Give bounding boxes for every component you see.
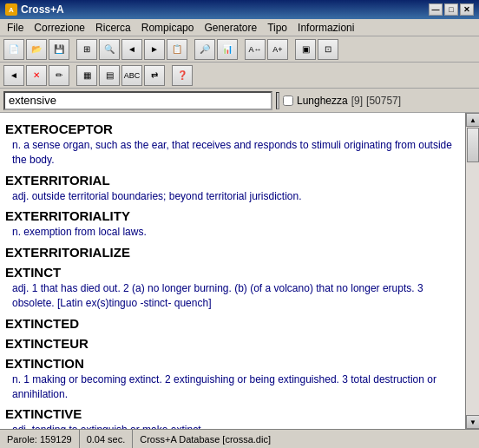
menu-ricerca[interactable]: Ricerca	[90, 20, 136, 36]
entry-title: EXTINCT	[5, 265, 460, 280]
delete-icon: ✕	[33, 70, 40, 80]
scroll-down-button[interactable]: ▼	[466, 415, 479, 429]
list-icon: ▤	[106, 70, 114, 80]
status-bar: Parole: 159129 0.04 sec. Cross+A Databas…	[0, 429, 479, 448]
entry-extincted: EXTINCTED	[5, 316, 460, 331]
count-1: [9]	[351, 95, 363, 107]
entry-title: EXTERRITORIAL	[5, 173, 460, 188]
entry-exterritoriality: EXTERRITORIALITY n. exemption from local…	[5, 208, 460, 240]
maximize-button[interactable]: □	[444, 3, 458, 16]
entry-extincteur: EXTINCTEUR	[5, 336, 460, 351]
menu-rompicapo[interactable]: Rompicapo	[136, 20, 200, 36]
toolbar-block[interactable]: ⊡	[318, 39, 338, 60]
toolbar-back[interactable]: ◄	[121, 39, 142, 60]
toolbar-help[interactable]: ❓	[172, 65, 193, 86]
scrollbar[interactable]: ▲ ▼	[465, 113, 479, 429]
lunghezza-label: Lunghezza	[297, 95, 348, 107]
menu-tipo[interactable]: Tipo	[262, 20, 292, 36]
content-area: EXTEROCEPTOR n. a sense organ, such as t…	[0, 113, 479, 429]
toolbar-list[interactable]: ▤	[99, 65, 120, 86]
swap-icon: A↔	[248, 45, 261, 54]
toolbar-alpha[interactable]: ABC	[121, 65, 142, 86]
entry-extinctive: EXTINCTIVE adj. tending to extinguish or…	[5, 406, 460, 429]
search-bar: Lunghezza [9] [50757]	[0, 89, 479, 113]
toolbar-shuffle[interactable]: ⇄	[144, 65, 165, 86]
toolbar-save[interactable]: 💾	[49, 39, 69, 60]
help-icon: ❓	[177, 70, 187, 80]
forward-icon: ►	[150, 44, 159, 54]
toolbar-edit[interactable]: ✏	[49, 65, 69, 86]
menu-file[interactable]: File	[2, 20, 29, 36]
close-button[interactable]: ✕	[460, 3, 474, 16]
scroll-thumb[interactable]	[467, 128, 479, 162]
app-icon: A	[5, 3, 17, 16]
entry-exterritorialize: EXTERRITORIALIZE	[5, 245, 460, 260]
shuffle-icon: ⇄	[151, 70, 158, 80]
copy-icon: 📋	[172, 44, 182, 54]
zoom-icon: 🔎	[200, 44, 210, 54]
block-icon: ⊡	[325, 44, 331, 54]
entry-title: EXTERRITORIALIZE	[5, 245, 460, 260]
toolbar-grid[interactable]: ⊞	[76, 39, 97, 60]
menu-informazioni[interactable]: Informazioni	[292, 20, 359, 36]
new-icon: 📄	[9, 44, 19, 54]
entry-def: adj. outside territorial boundaries; bey…	[12, 189, 460, 204]
minimize-button[interactable]: —	[429, 3, 443, 16]
entry-exteroceptor: EXTEROCEPTOR n. a sense organ, such as t…	[5, 122, 460, 168]
entry-exterritorial: EXTERRITORIAL adj. outside territorial b…	[5, 173, 460, 204]
menu-correzione[interactable]: Correzione	[29, 20, 90, 36]
toolbar-prev[interactable]: ◄	[3, 65, 24, 86]
status-parole: Parole: 159129	[0, 430, 80, 448]
entry-title: EXTINCTED	[5, 316, 460, 331]
pattern-icon: ▣	[302, 44, 310, 54]
toolbar-swap[interactable]: A↔	[245, 39, 266, 60]
app-title: Cross+A	[21, 3, 64, 16]
status-time: 0.04 sec.	[80, 430, 134, 448]
alpha-icon: ABC	[124, 71, 141, 80]
toolbar-enlarge[interactable]: A+	[267, 39, 288, 60]
grid-icon: ⊞	[83, 44, 90, 54]
search-icon: 🔍	[104, 44, 115, 54]
search-input[interactable]	[3, 91, 272, 110]
prev-icon: ◄	[10, 70, 18, 80]
save-icon: 💾	[54, 44, 64, 54]
entry-extinct: EXTINCT adj. 1 that has died out. 2 (a) …	[5, 265, 460, 311]
count-2: [50757]	[366, 95, 401, 107]
toolbar-delete[interactable]: ✕	[26, 65, 47, 86]
open-icon: 📂	[31, 44, 42, 54]
toolbar-1: 📄 📂 💾 ⊞ 🔍 ◄ ► 📋 🔎 📊 A↔ A+ ▣ ⊡	[0, 36, 479, 63]
entry-title: EXTINCTEUR	[5, 336, 460, 351]
entry-def: n. exemption from local laws.	[12, 225, 460, 240]
menu-bar: File Correzione Ricerca Rompicapo Genera…	[0, 19, 479, 36]
entry-title: EXTERRITORIALITY	[5, 208, 460, 223]
lunghezza-checkbox[interactable]	[283, 96, 293, 106]
toolbar-new[interactable]: 📄	[3, 39, 24, 60]
search-separator	[276, 92, 279, 109]
toolbar-search[interactable]: 🔍	[99, 39, 120, 60]
title-bar: A Cross+A — □ ✕	[0, 0, 479, 19]
toolbar-open[interactable]: 📂	[26, 39, 47, 60]
dictionary-list: EXTEROCEPTOR n. a sense organ, such as t…	[0, 113, 465, 429]
entry-def: adj. 1 that has died out. 2 (a) no longe…	[12, 281, 460, 311]
toolbar-2: ◄ ✕ ✏ ▦ ▤ ABC ⇄ ❓	[0, 63, 479, 89]
entry-extinction: EXTINCTION n. 1 making or becoming extin…	[5, 356, 460, 402]
toolbar-chart[interactable]: 📊	[217, 39, 238, 60]
table-icon: ▦	[83, 70, 91, 80]
scroll-track[interactable]	[466, 127, 479, 415]
window-controls: — □ ✕	[429, 3, 474, 16]
entry-title: EXTINCTIVE	[5, 406, 460, 421]
back-icon: ◄	[128, 44, 136, 54]
toolbar-table[interactable]: ▦	[76, 65, 97, 86]
menu-generatore[interactable]: Generatore	[199, 20, 262, 36]
toolbar-forward[interactable]: ►	[144, 39, 165, 60]
toolbar-zoom[interactable]: 🔎	[194, 39, 215, 60]
toolbar-pattern[interactable]: ▣	[295, 39, 316, 60]
enlarge-icon: A+	[272, 45, 282, 54]
entry-title: EXTINCTION	[5, 356, 460, 371]
entry-def: n. 1 making or becoming extinct. 2 extin…	[12, 372, 460, 402]
entry-def: adj. tending to extinguish or make extin…	[12, 423, 460, 429]
status-database: Cross+A Database [crossa.dic]	[133, 430, 479, 448]
toolbar-copy[interactable]: 📋	[167, 39, 187, 60]
entry-def: n. a sense organ, such as the ear, that …	[12, 138, 460, 168]
scroll-up-button[interactable]: ▲	[466, 113, 479, 127]
